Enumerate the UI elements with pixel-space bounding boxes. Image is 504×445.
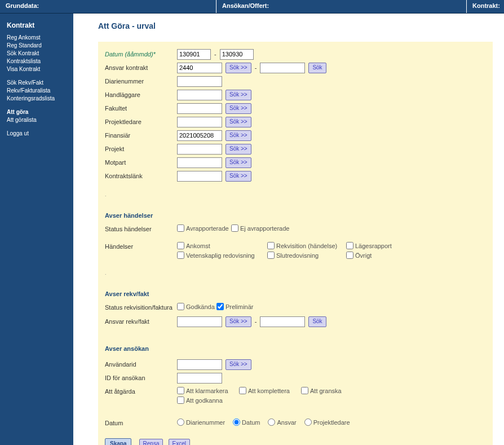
ansvar-kontrakt2-sok-button[interactable]: Sök xyxy=(308,63,326,73)
projekt-input[interactable] xyxy=(177,144,222,155)
sidebar-item-logga-ut[interactable]: Logga ut xyxy=(7,130,68,138)
label-status-handelser: Status händelser xyxy=(105,224,177,232)
fakultet-input[interactable] xyxy=(177,103,222,114)
cb-att-granska[interactable]: Att granska xyxy=(301,387,363,394)
label-handlaggare: Handläggare xyxy=(105,91,177,98)
finansiar-input[interactable] xyxy=(177,130,222,141)
sidebar: Kontrakt Reg Ankomst Reg Standard Sök Ko… xyxy=(0,14,73,445)
sidebar-item-rekv-fakturalista[interactable]: Rekv/Fakturalista xyxy=(7,87,68,95)
cb-att-godkanna[interactable]: Att godkanna xyxy=(177,396,239,404)
section-ansokan: Avser ansökan xyxy=(105,345,486,352)
kontraktslank-sok-button[interactable]: Sök >> xyxy=(226,171,251,182)
label-diarienummer: Diarienummer xyxy=(105,78,177,85)
label-projekt: Projekt xyxy=(105,146,177,152)
diarienummer-input[interactable] xyxy=(177,76,222,87)
ansvar-kontrakt-input[interactable] xyxy=(177,63,222,73)
page-title: Att Göra - urval xyxy=(98,21,493,30)
label-anvandarid: Användarid xyxy=(105,361,177,368)
label-fakultet: Fakultet xyxy=(105,105,177,112)
projektledare-sok-button[interactable]: Sök >> xyxy=(226,117,251,127)
cb-ovrigt[interactable]: Övrigt xyxy=(346,252,403,259)
radio-diarienummer[interactable]: Diarienummer xyxy=(177,418,225,426)
cb-avrapporterade[interactable]: Avrapporterade xyxy=(177,224,231,232)
ansvar-rekv-input[interactable] xyxy=(177,316,222,327)
datum-from-input[interactable] xyxy=(177,49,211,60)
topbar-kontrakt[interactable]: Kontrakt: xyxy=(467,0,504,13)
ansvar-rekv-sok-button[interactable]: Sök >> xyxy=(226,316,251,327)
label-datum: Datum (ååmmdd)* xyxy=(105,51,177,58)
sidebar-item-sok-rekv[interactable]: Sök Rekv/Fakt xyxy=(7,79,68,87)
label-datum-sort: Datum xyxy=(105,418,177,426)
section-handelser: Avser händelser xyxy=(105,212,486,219)
cb-ankomst[interactable]: Ankomst xyxy=(177,242,267,249)
skapa-button[interactable]: Skapa xyxy=(105,438,131,445)
sidebar-item-konteringsradslista[interactable]: Konteringsradslista xyxy=(7,95,68,103)
label-projektledare: Projektledare xyxy=(105,118,177,125)
cb-slutredovisning[interactable]: Slutredovisning xyxy=(267,252,346,259)
sidebar-item-reg-standard[interactable]: Reg Standard xyxy=(7,42,68,50)
label-motpart: Motpart xyxy=(105,159,177,166)
form-area: Datum (ååmmdd)* - Ansvar kontrakt Sök >>… xyxy=(98,42,493,445)
cb-godkanda[interactable]: Godkända xyxy=(177,303,216,310)
radio-projektledare[interactable]: Projektledare xyxy=(304,418,350,426)
projektledare-input[interactable] xyxy=(177,117,222,127)
ansvar-kontrakt2-input[interactable] xyxy=(260,63,305,73)
label-ansvar-kontrakt: Ansvar kontrakt xyxy=(105,64,177,71)
excel-button[interactable]: Excel xyxy=(169,439,190,446)
fakultet-sok-button[interactable]: Sök >> xyxy=(226,103,251,114)
ansvar-rekv2-sok-button[interactable]: Sök xyxy=(308,316,326,327)
motpart-input[interactable] xyxy=(177,157,222,168)
sidebar-item-att-gora[interactable]: Att göra xyxy=(7,108,68,116)
label-att-atgarda: Att åtgärda xyxy=(105,387,177,395)
sidebar-item-reg-ankomst[interactable]: Reg Ankomst xyxy=(7,34,68,42)
cb-preliminar[interactable]: Preliminär xyxy=(216,303,254,310)
sidebar-item-att-goralista[interactable]: Att göralista xyxy=(7,116,68,124)
handlaggare-sok-button[interactable]: Sök >> xyxy=(226,90,251,100)
datum-to-input[interactable] xyxy=(220,49,254,60)
sidebar-heading: Kontrakt xyxy=(7,21,68,29)
ansvar-kontrakt-sok-button[interactable]: Sök >> xyxy=(226,63,251,73)
ansvar-rekv2-input[interactable] xyxy=(260,316,305,327)
cb-ej-avrapporterade[interactable]: Ej avrapporterade xyxy=(231,224,289,232)
rensa-button[interactable]: Rensa xyxy=(139,439,163,446)
label-kontraktslank: Kontraktslänk xyxy=(105,173,177,179)
cb-vetenskaplig[interactable]: Vetenskaplig redovisning xyxy=(177,252,267,259)
topbar-grunddata[interactable]: Grunddata: xyxy=(0,0,216,13)
radio-datum[interactable]: Datum xyxy=(233,418,260,426)
finansiar-sok-button[interactable]: Sök >> xyxy=(226,130,251,141)
sidebar-item-kontraktslista[interactable]: Kontraktslista xyxy=(7,58,68,65)
label-finansiar: Finansiär xyxy=(105,132,177,139)
topbar-ansokan[interactable]: Ansökan/Offert: xyxy=(216,0,467,13)
cb-att-komplettera[interactable]: Att komplettera xyxy=(239,387,301,394)
projekt-sok-button[interactable]: Sök >> xyxy=(226,144,251,155)
cb-att-klarmarkera[interactable]: Att klarmarkera xyxy=(177,387,239,394)
anvandarid-input[interactable] xyxy=(177,359,222,370)
label-handelser: Händelser xyxy=(105,242,177,250)
cb-rekvisition-handelse[interactable]: Rekvisition (händelse) xyxy=(267,242,346,249)
section-rekv: Avser rekv/fakt xyxy=(105,290,486,297)
top-bar: Grunddata: Ansökan/Offert: Kontrakt: xyxy=(0,0,504,14)
cb-lagesrapport[interactable]: Lägesrapport xyxy=(346,242,403,249)
sidebar-item-visa-kontrakt[interactable]: Visa Kontrakt xyxy=(7,65,68,73)
sidebar-item-sok-kontrakt[interactable]: Sök Kontrakt xyxy=(7,50,68,58)
handlaggare-input[interactable] xyxy=(177,90,222,100)
label-ansvar-rekv: Ansvar rekv/fakt xyxy=(105,318,177,325)
id-ansokan-input[interactable] xyxy=(177,373,222,384)
main-content: Att Göra - urval Datum (ååmmdd)* - Ansva… xyxy=(73,14,504,445)
anvandarid-sok-button[interactable]: Sök >> xyxy=(226,359,251,370)
kontraktslank-input[interactable] xyxy=(177,171,222,182)
label-id-ansokan: ID för ansökan xyxy=(105,374,177,381)
label-status-rekv: Status rekvisition/faktura xyxy=(105,303,177,311)
motpart-sok-button[interactable]: Sök >> xyxy=(226,157,251,168)
radio-ansvar[interactable]: Ansvar xyxy=(268,418,296,426)
